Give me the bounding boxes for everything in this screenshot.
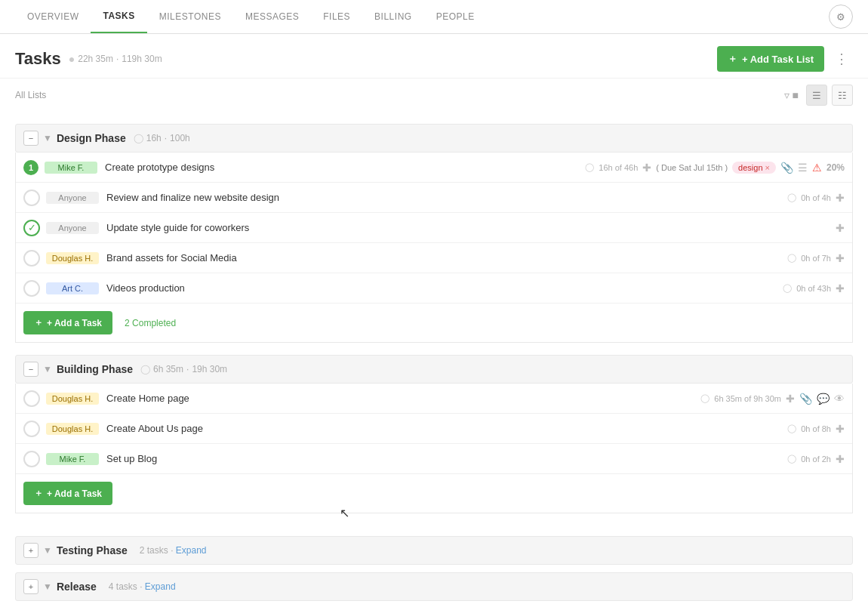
task-meta: ◯ 0h of 8h ✚ bbox=[787, 423, 845, 435]
more-options-button[interactable]: ⋮ bbox=[830, 48, 853, 70]
task-checkbox[interactable]: ✓ bbox=[23, 220, 40, 236]
design-phase-time-estimated: 100h bbox=[170, 133, 190, 143]
nav-messages[interactable]: MESSAGES bbox=[233, 1, 311, 32]
assignee-badge: Anyone bbox=[46, 192, 99, 204]
header-actions: ＋ + Add Task List ⋮ bbox=[717, 46, 853, 72]
clock-icon: ● bbox=[69, 53, 75, 65]
task-checkbox[interactable] bbox=[23, 280, 40, 297]
task-number: 1 bbox=[23, 160, 38, 175]
building-phase-time-tracked: 6h 35m bbox=[153, 364, 183, 374]
release-expand-button[interactable]: + bbox=[23, 579, 38, 594]
task-name: Brand assets for Social Media bbox=[106, 252, 781, 263]
add-time-icon[interactable]: ✚ bbox=[786, 393, 795, 405]
plus-icon: ＋ bbox=[34, 487, 43, 500]
page-title: Tasks bbox=[15, 49, 61, 69]
table-row: Douglas H. Create Home page ◯ 6h 35m of … bbox=[16, 384, 852, 414]
task-meta: ◯ 0h of 4h ✚ bbox=[787, 192, 845, 204]
add-time-icon[interactable]: ✚ bbox=[642, 162, 651, 174]
add-time-icon[interactable]: ✚ bbox=[836, 252, 845, 264]
task-list-icon: ☰ bbox=[798, 162, 808, 174]
completed-link[interactable]: 2 Completed bbox=[125, 318, 176, 328]
assignee-badge: Mike F. bbox=[45, 162, 97, 174]
building-phase-tasks: Douglas H. Create Home page ◯ 6h 35m of … bbox=[15, 384, 853, 513]
task-clock-icon: ◯ bbox=[787, 424, 796, 433]
tasks-container: − ▼ Design Phase ◯ 16h · 100h 1 Mike F. … bbox=[0, 124, 868, 604]
task-checkbox[interactable] bbox=[23, 190, 40, 206]
task-alert-icon: ⚠ bbox=[812, 162, 822, 174]
task-checkbox[interactable] bbox=[23, 421, 40, 437]
task-meta: ◯ 16h of 46h ✚ ( Due Sat Jul 15th ) desi… bbox=[585, 162, 845, 174]
task-name: Create prototype designs bbox=[105, 162, 579, 173]
all-lists-label: All Lists bbox=[15, 90, 46, 100]
task-checkbox[interactable] bbox=[23, 390, 40, 407]
nav-billing[interactable]: BILLING bbox=[362, 1, 424, 32]
assignee-badge: Mike F. bbox=[46, 453, 99, 465]
table-row: Anyone Review and finalize new website d… bbox=[16, 183, 852, 213]
add-task-list-button[interactable]: ＋ + Add Task List bbox=[717, 46, 824, 72]
assignee-badge: Art C. bbox=[46, 282, 99, 294]
task-name: Update style guide for coworkers bbox=[106, 222, 830, 233]
table-row: Douglas H. Create About Us page ◯ 0h of … bbox=[16, 414, 852, 444]
release-expand-link[interactable]: Expand bbox=[145, 581, 176, 592]
add-time-icon[interactable]: ✚ bbox=[836, 423, 845, 435]
assignee-badge: Douglas H. bbox=[46, 423, 99, 435]
task-name: Create Home page bbox=[106, 393, 694, 404]
building-phase-add-row: ＋ + Add a Task bbox=[16, 474, 852, 513]
design-phase-add-row: ＋ + Add a Task 2 Completed bbox=[16, 304, 852, 342]
add-time-icon[interactable]: ✚ bbox=[836, 282, 845, 294]
design-phase-chevron-icon: ▼ bbox=[43, 133, 52, 143]
design-phase-clock-icon: ◯ bbox=[134, 133, 143, 143]
release-chevron-icon: ▼ bbox=[43, 581, 52, 592]
filter-bar: All Lists ▿ ■ ☰ ☷ bbox=[0, 79, 868, 112]
list-view-button[interactable]: ☰ bbox=[806, 85, 827, 106]
task-clock-icon: ◯ bbox=[783, 283, 792, 293]
add-time-icon[interactable]: ✚ bbox=[836, 192, 845, 204]
task-tag-design: design × bbox=[732, 162, 776, 174]
filter-button[interactable]: ▿ ■ bbox=[781, 86, 802, 104]
building-phase-header: − ▼ Building Phase ◯ 6h 35m · 19h 30m bbox=[15, 355, 853, 384]
task-name: Videos production bbox=[106, 282, 777, 294]
testing-phase-expand-link[interactable]: Expand bbox=[176, 545, 207, 556]
table-row: Art C. Videos production ◯ 0h of 43h ✚ bbox=[16, 273, 852, 304]
tag-remove-icon[interactable]: × bbox=[765, 163, 770, 172]
design-phase-collapse-button[interactable]: − bbox=[23, 131, 38, 146]
testing-phase-expand-button[interactable]: + bbox=[23, 543, 38, 558]
table-row: Mike F. Set up Blog ◯ 0h of 2h ✚ bbox=[16, 444, 852, 474]
nav-milestones[interactable]: MILESTONES bbox=[147, 1, 233, 32]
task-meta: ✚ bbox=[836, 222, 845, 234]
top-nav: OVERVIEW TASKS MILESTONES MESSAGES FILES… bbox=[0, 0, 868, 34]
page-header: Tasks ● 22h 35m · 119h 30m ＋ + Add Task … bbox=[0, 34, 868, 79]
task-time: 0h of 43h bbox=[796, 284, 831, 293]
task-name: Set up Blog bbox=[106, 453, 781, 464]
settings-icon[interactable]: ⚙ bbox=[829, 5, 853, 29]
task-checkbox[interactable] bbox=[23, 250, 40, 267]
task-clock-icon: ◯ bbox=[585, 162, 594, 172]
grid-view-button[interactable]: ☷ bbox=[832, 85, 853, 106]
release-header: + ▼ Release 4 tasks · Expand bbox=[15, 572, 853, 601]
design-phase-time-tracked: 16h bbox=[146, 133, 162, 143]
add-time-icon[interactable]: ✚ bbox=[836, 222, 845, 234]
testing-phase-header: + ▼ Testing Phase 2 tasks · Expand bbox=[15, 536, 853, 565]
task-name: Create About Us page bbox=[106, 423, 781, 434]
building-phase-collapse-button[interactable]: − bbox=[23, 362, 38, 377]
nav-tasks[interactable]: TASKS bbox=[91, 0, 146, 33]
building-phase-time: ◯ 6h 35m · 19h 30m bbox=[140, 364, 227, 374]
cursor-area: ↖ bbox=[15, 513, 853, 528]
add-task-button[interactable]: ＋ + Add a Task bbox=[23, 311, 112, 334]
task-time: 16h of 46h bbox=[599, 163, 638, 172]
assignee-badge: Douglas H. bbox=[46, 393, 99, 405]
nav-overview[interactable]: OVERVIEW bbox=[15, 1, 91, 32]
testing-phase-chevron-icon: ▼ bbox=[43, 545, 52, 556]
task-checkbox[interactable] bbox=[23, 451, 40, 467]
design-phase-title: Design Phase bbox=[57, 132, 126, 144]
nav-files[interactable]: FILES bbox=[311, 1, 362, 32]
task-clock-icon: ◯ bbox=[787, 253, 796, 263]
add-time-icon[interactable]: ✚ bbox=[836, 453, 845, 465]
add-task-button[interactable]: ＋ + Add a Task bbox=[23, 482, 112, 505]
assignee-badge: Anyone bbox=[46, 222, 99, 234]
nav-people[interactable]: PEOPLE bbox=[424, 1, 487, 32]
task-time: 0h of 2h bbox=[801, 455, 831, 464]
assignee-badge: Douglas H. bbox=[46, 252, 99, 264]
building-phase-chevron-icon: ▼ bbox=[43, 364, 52, 374]
time-summary: ● 22h 35m · 119h 30m bbox=[69, 53, 162, 65]
